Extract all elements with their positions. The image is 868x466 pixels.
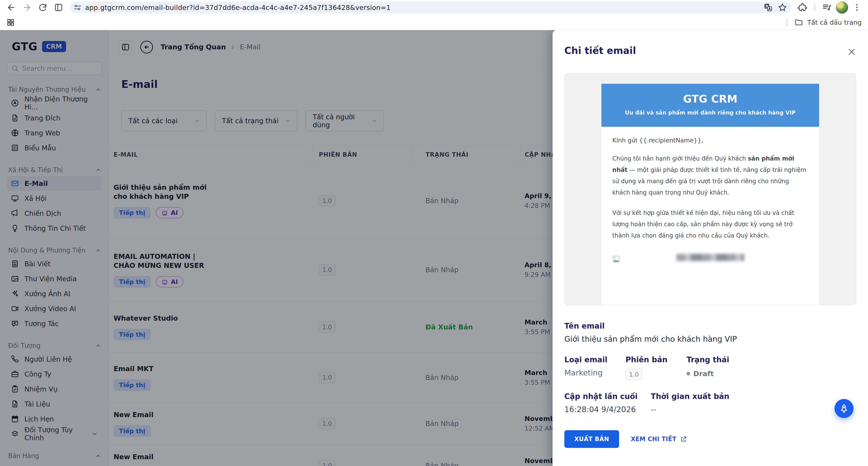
email-type-label: Loại email xyxy=(564,355,625,364)
email-version-label: Phiên bản xyxy=(625,355,686,364)
bookmarks-separator xyxy=(786,19,787,26)
last-updated-value: 16:28:04 9/4/2026 xyxy=(564,405,651,414)
address-bar[interactable]: app.gtgcrm.com/email-builder?id=37d7dd6e… xyxy=(70,2,791,13)
email-status-label: Trạng thái xyxy=(686,355,729,364)
email-preview-card: GTG CRM Ưu đãi và sản phẩm mới dành riên… xyxy=(564,73,856,305)
extensions-icon[interactable] xyxy=(795,1,809,14)
screen: app.gtgcrm.com/email-builder?id=37d7dd6e… xyxy=(0,0,868,466)
email-preview-page: GTG CRM Ưu đãi và sản phẩm mới dành riên… xyxy=(601,84,819,305)
toolbar-separator xyxy=(814,4,815,11)
all-bookmarks-label[interactable]: Tất cả dấu trang xyxy=(807,19,862,26)
email-paragraph-2: Với sự kết hợp giữa thiết kế hiện đại, h… xyxy=(612,207,808,241)
email-preview-body: Kính gửi {{.recipientName}}, Chúng tôi h… xyxy=(601,127,819,266)
panel-title: Chi tiết email xyxy=(564,45,636,56)
email-status-value: Draft xyxy=(693,370,714,378)
translate-icon[interactable] xyxy=(764,3,773,12)
side-panel-icon[interactable] xyxy=(52,1,66,14)
rocket-fab-button[interactable] xyxy=(835,399,854,418)
profile-avatar[interactable] xyxy=(836,1,848,13)
bookmark-star-icon[interactable] xyxy=(778,3,787,12)
playlist-icon[interactable] xyxy=(820,1,834,14)
browser-toolbar: app.gtgcrm.com/email-builder?id=37d7dd6e… xyxy=(0,0,868,15)
email-tagline: Ưu đãi và sản phẩm mới dành riêng cho kh… xyxy=(601,110,819,116)
email-greeting: Kính gửi {{.recipientName}}, xyxy=(612,137,808,144)
email-paragraph-1: Chúng tôi hân hạnh giới thiệu đến Quý kh… xyxy=(612,153,808,198)
external-link-icon xyxy=(680,435,687,443)
publish-time-value: -- xyxy=(651,405,729,414)
email-name-value: Giới thiệu sản phẩm mới cho khách hàng V… xyxy=(564,334,856,344)
site-settings-icon[interactable] xyxy=(73,3,82,12)
email-name-label: Tên email xyxy=(564,322,856,330)
close-icon[interactable] xyxy=(847,47,856,56)
publish-time-label: Thời gian xuất bản xyxy=(651,392,729,401)
status-dot xyxy=(686,372,690,375)
version-badge: 1.0 xyxy=(625,369,642,380)
redacted-caption xyxy=(676,254,744,261)
email-image-row xyxy=(612,254,808,266)
broken-image-icon xyxy=(612,255,620,263)
forward-icon[interactable] xyxy=(20,1,34,14)
reload-icon[interactable] xyxy=(36,1,50,14)
email-type-value: Marketing xyxy=(564,368,625,377)
app-window: GTG CRM Tài Nguyên Thương HiệuNhận Diện … xyxy=(0,30,868,466)
email-preview-header: GTG CRM Ưu đãi và sản phẩm mới dành riên… xyxy=(601,84,819,127)
email-detail-panel: Chi tiết email GTG CRM Ưu đãi và sản phẩ… xyxy=(553,30,868,466)
url-text[interactable]: app.gtgcrm.com/email-builder?id=37d7dd6e… xyxy=(85,4,764,11)
email-brand: GTG CRM xyxy=(601,93,819,105)
bookmarks-bar: Tất cả dấu trang xyxy=(0,15,868,30)
back-icon[interactable] xyxy=(4,1,18,14)
last-updated-label: Cập nhật lần cuối xyxy=(564,392,651,401)
publish-button[interactable]: XUẤT BẢN xyxy=(564,430,619,448)
apps-grid-icon[interactable] xyxy=(6,18,15,27)
folder-icon xyxy=(795,18,803,27)
browser-menu-icon[interactable] xyxy=(850,1,864,14)
view-detail-button[interactable]: XEM CHI TIẾT xyxy=(631,435,687,443)
